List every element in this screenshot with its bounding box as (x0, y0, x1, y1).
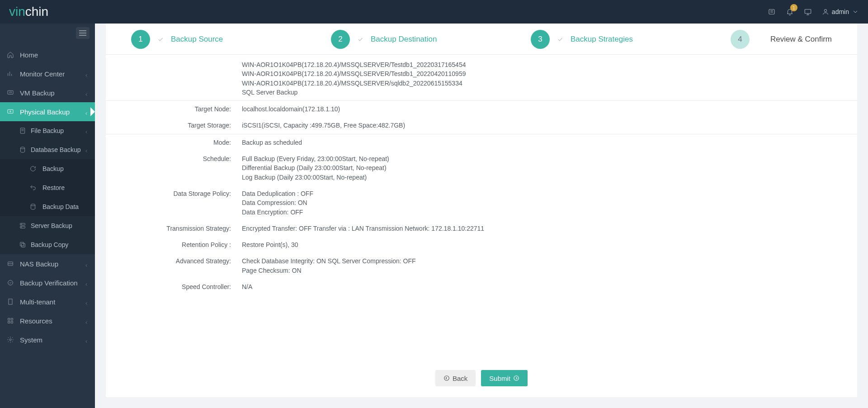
sidebar-item-physical-backup[interactable]: Physical Backup (0, 102, 95, 121)
wizard-footer: Back Submit (106, 363, 857, 397)
sidebar-item-backup[interactable]: Backup (0, 159, 95, 178)
sidebar-item-vm-backup[interactable]: VMVM Backup (0, 83, 95, 102)
nas-icon (6, 260, 14, 268)
review-key: Retention Policy : (106, 240, 242, 249)
review-value: N/A (242, 282, 857, 291)
sidebar-item-database-backup[interactable]: Database Backup (0, 140, 95, 159)
review-value: Encrypted Transfer: OFF Transfer via : L… (242, 224, 857, 233)
svg-point-37 (9, 339, 11, 341)
building-icon (6, 298, 14, 306)
sidebar-item-resources[interactable]: Resources (0, 311, 95, 330)
chevron-left-icon (84, 261, 89, 266)
back-button[interactable]: Back (435, 370, 476, 386)
sidebar-menu: HomeMonitor CenterVMVM BackupPhysical Ba… (0, 45, 95, 349)
topbar-screen-icon[interactable] (804, 8, 812, 16)
refresh-icon (29, 165, 37, 173)
review-value: Backup as scheduled (242, 138, 857, 147)
grid-icon (6, 317, 14, 325)
main-content: 1Backup Source2Backup Destination3Backup… (95, 24, 868, 408)
review-value: Restore Point(s), 30 (242, 240, 857, 249)
review-pane[interactable]: WIN-AOR1O1K04PB(172.18.20.4)/MSSQLSERVER… (106, 54, 857, 363)
sidebar-item-label: Backup Copy (31, 241, 68, 248)
chevron-left-icon (84, 71, 89, 76)
wizard-step-1[interactable]: 1Backup Source (131, 30, 331, 49)
chevron-left-icon (84, 337, 89, 342)
sidebar-item-backup-verification[interactable]: Backup Verification (0, 273, 95, 292)
sidebar-item-label: File Backup (31, 127, 64, 134)
notification-badge: 1 (790, 4, 797, 11)
svg-rect-33 (8, 318, 10, 320)
sidebar-item-file-backup[interactable]: File Backup (0, 121, 95, 140)
submit-button[interactable]: Submit (481, 370, 528, 386)
check-icon (157, 36, 164, 43)
svg-point-17 (20, 147, 24, 149)
svg-point-38 (444, 376, 449, 381)
sidebar-item-multi-tenant[interactable]: Multi-tenant (0, 292, 95, 311)
svg-rect-28 (9, 299, 12, 304)
step-label: Backup Strategies (571, 35, 633, 44)
copy-icon (19, 241, 26, 249)
chart-icon (6, 70, 14, 78)
sidebar-item-label: Database Backup (31, 146, 81, 153)
physical-icon (6, 108, 14, 116)
brand-right: chin (25, 5, 48, 19)
gear-icon (6, 336, 14, 344)
sidebar-item-restore[interactable]: Restore (0, 178, 95, 197)
chevron-left-icon (84, 280, 89, 285)
sidebar-item-nas-backup[interactable]: NAS Backup (0, 254, 95, 273)
file-icon (19, 127, 26, 135)
review-key: Target Node: (106, 104, 242, 114)
sidebar-item-home[interactable]: Home (0, 45, 95, 64)
chevron-down-icon (852, 8, 859, 15)
chevron-left-icon (84, 299, 89, 304)
arrow-left-icon (443, 375, 450, 381)
step-number: 1 (131, 30, 150, 49)
user-menu[interactable]: admin (822, 8, 859, 15)
chevron-left-icon (84, 90, 89, 95)
sidebar-item-system[interactable]: System (0, 330, 95, 349)
chevron-left-icon (84, 147, 89, 152)
review-key: Advanced Strategy: (106, 256, 242, 275)
wizard-step-2[interactable]: 2Backup Destination (331, 30, 531, 49)
sidebar-item-label: Physical Backup (20, 108, 70, 116)
sidebar-item-label: Multi-tenant (20, 298, 55, 306)
topbar-news-icon[interactable] (768, 8, 776, 16)
verify-icon (6, 279, 14, 287)
svg-point-39 (514, 376, 519, 381)
sidebar-item-monitor-center[interactable]: Monitor Center (0, 64, 95, 83)
home-icon (6, 51, 14, 59)
svg-rect-24 (20, 242, 24, 246)
step-number: 3 (531, 30, 550, 49)
topbar: vinchin 1 admin (0, 0, 868, 24)
brand-logo: vinchin (0, 5, 48, 19)
svg-point-13 (10, 111, 11, 112)
sidebar-item-backup-copy[interactable]: Backup Copy (0, 235, 95, 254)
topbar-bell-icon[interactable]: 1 (786, 8, 794, 16)
wizard-step-4: 4Review & Confirm (731, 30, 832, 49)
review-key: Speed Controller: (106, 282, 242, 291)
sidebar-item-backup-data[interactable]: Backup Data (0, 197, 95, 216)
svg-rect-23 (21, 243, 25, 247)
sidebar-toggle-icon[interactable] (76, 27, 90, 39)
svg-rect-3 (805, 9, 811, 14)
sidebar-item-server-backup[interactable]: Server Backup (0, 216, 95, 235)
wizard-step-3[interactable]: 3Backup Strategies (531, 30, 731, 49)
svg-rect-12 (8, 109, 13, 113)
svg-rect-34 (11, 318, 13, 320)
server-icon (19, 222, 26, 230)
arrow-right-icon (513, 375, 519, 381)
chevron-left-icon (84, 109, 89, 114)
sidebar-item-label: System (20, 336, 42, 344)
svg-rect-35 (8, 321, 10, 323)
sidebar-item-label: Monitor Center (20, 70, 65, 78)
chevron-left-icon (84, 128, 89, 133)
vm-icon: VM (6, 89, 14, 97)
svg-rect-0 (769, 9, 774, 14)
svg-rect-36 (11, 321, 13, 323)
svg-point-21 (21, 224, 22, 224)
svg-point-6 (824, 9, 826, 12)
check-icon (357, 36, 363, 43)
review-key: Mode: (106, 138, 242, 147)
sidebar-item-label: NAS Backup (20, 260, 58, 268)
step-label: Review & Confirm (770, 35, 832, 44)
